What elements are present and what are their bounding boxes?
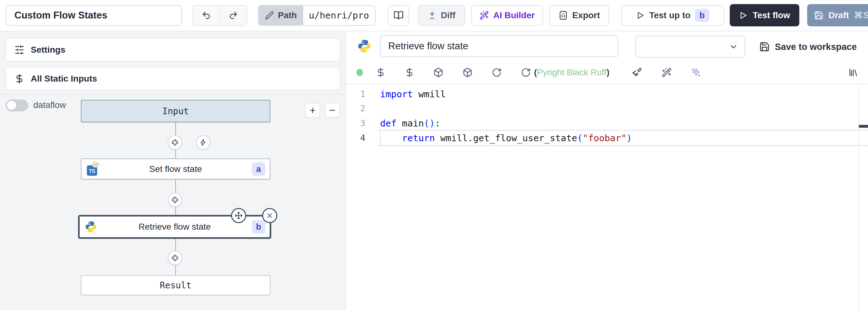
diff-icon xyxy=(428,11,436,20)
save-icon xyxy=(759,41,770,52)
step-editor-panel: Save to workspace xyxy=(346,31,868,310)
bolt-icon xyxy=(199,139,207,146)
graph-zoom-in-button[interactable]: + xyxy=(305,103,320,118)
line-number: 4 xyxy=(346,133,365,143)
save-icon xyxy=(814,11,824,20)
retrieve-flow-state-label: Retrieve flow state xyxy=(138,222,211,232)
save-draft-button[interactable]: Draft ⌘S xyxy=(807,4,868,26)
dollar-icon xyxy=(405,67,414,78)
export-button[interactable]: Export xyxy=(549,5,609,26)
paintbrush-icon xyxy=(632,67,642,78)
dataflow-toggle-label: dataflow xyxy=(33,100,66,110)
cross-plus-icon xyxy=(171,196,179,204)
redo-button[interactable] xyxy=(219,6,246,25)
code-status-dot xyxy=(356,69,363,76)
dataflow-toggle-knob xyxy=(7,101,16,110)
insert-step-button-3[interactable] xyxy=(168,251,182,265)
overview-ruler-cursor-marker xyxy=(859,125,868,128)
python-icon xyxy=(85,221,97,233)
sidebar-divider xyxy=(0,93,346,94)
redo-icon xyxy=(228,11,238,20)
path-value: u/henri/pro xyxy=(303,6,375,25)
reload-button-1[interactable] xyxy=(492,67,502,78)
rotate-cw-icon xyxy=(521,67,531,78)
test-flow-label: Test flow xyxy=(753,10,790,20)
test-up-to-label: Test up to xyxy=(649,10,690,20)
test-up-to-step-badge: b xyxy=(695,9,709,22)
graph-node-set-flow-state[interactable]: TS Set flow state a xyxy=(81,159,270,179)
settings-label: Settings xyxy=(31,45,65,55)
editor-toolbar: (Pyright Black Ruff) xyxy=(346,61,868,84)
insert-trigger-button[interactable] xyxy=(196,135,210,150)
settings-button[interactable]: Settings xyxy=(6,38,340,61)
pencil-icon xyxy=(265,11,274,20)
path-button[interactable]: Path u/henri/pro xyxy=(258,5,375,26)
ai-edit-button[interactable] xyxy=(662,67,672,78)
book-open-icon xyxy=(394,10,404,20)
insert-step-button-2[interactable] xyxy=(168,193,182,207)
library-panel-button[interactable] xyxy=(848,67,858,78)
all-static-inputs-button[interactable]: All Static Inputs xyxy=(6,67,340,90)
test-up-to-button[interactable]: Test up to b xyxy=(621,5,724,26)
resources-button[interactable] xyxy=(405,67,414,78)
path-label: Path xyxy=(278,10,297,20)
assistants-names: Pyright Black Ruff xyxy=(537,67,607,77)
sliders-icon xyxy=(14,45,25,55)
step-name-input[interactable] xyxy=(380,35,618,57)
package-button-2[interactable] xyxy=(463,67,472,78)
flow-title-input[interactable] xyxy=(6,5,182,26)
dataflow-toggle[interactable] xyxy=(6,100,28,111)
graph-node-input[interactable]: Input xyxy=(81,100,270,122)
arrows-move-icon xyxy=(235,212,243,220)
file-export-icon xyxy=(558,11,568,20)
plus-glyph: + xyxy=(310,104,316,116)
minus-glyph: − xyxy=(329,104,336,116)
line-number: 3 xyxy=(346,118,365,128)
code-line: 1 import wmill xyxy=(346,87,868,101)
sparkles-icon xyxy=(691,67,701,78)
cross-plus-icon xyxy=(171,254,179,262)
flow-sidebar: Settings All Static Inputs dataflow + − … xyxy=(0,31,346,310)
step-b-badge: b xyxy=(252,220,265,234)
library-icon xyxy=(848,67,858,78)
diff-button[interactable]: Diff xyxy=(418,5,465,26)
ai-builder-label: AI Builder xyxy=(493,10,535,20)
overview-ruler[interactable] xyxy=(858,84,859,310)
test-flow-button[interactable]: Test flow xyxy=(730,4,799,26)
reload-button-2[interactable] xyxy=(521,67,531,78)
wand-sparkles-icon xyxy=(662,67,672,78)
step-a-badge: a xyxy=(252,162,265,176)
python-icon xyxy=(357,39,372,53)
export-label: Export xyxy=(572,10,600,20)
ai-fix-button[interactable] xyxy=(691,67,701,78)
docs-button[interactable] xyxy=(388,5,409,26)
undo-button[interactable] xyxy=(193,6,219,25)
cross-plus-icon xyxy=(171,139,179,146)
play-icon xyxy=(636,11,645,20)
save-to-workspace-button[interactable]: Save to workspace xyxy=(759,36,857,58)
rotate-cw-icon xyxy=(492,67,502,78)
chevron-down-icon xyxy=(729,42,738,52)
assistants-paren-close: ) xyxy=(607,67,609,77)
step-template-select[interactable] xyxy=(635,36,745,58)
ai-builder-button[interactable]: AI Builder xyxy=(471,5,543,26)
line-number: 2 xyxy=(346,104,365,113)
code-line: 3 def main(): xyxy=(346,116,868,131)
code-assistants-status[interactable]: (Pyright Black Ruff) xyxy=(534,67,610,78)
top-toolbar: Path u/henri/pro Diff AI Builder xyxy=(0,0,868,31)
variables-button[interactable] xyxy=(376,67,386,78)
insert-step-button-1[interactable] xyxy=(168,135,182,150)
code-line: 2 xyxy=(346,101,868,116)
close-icon xyxy=(266,212,274,219)
flow-editor-app: Path u/henri/pro Diff AI Builder xyxy=(0,0,868,310)
graph-node-result[interactable]: Result xyxy=(81,275,270,295)
code-editor[interactable]: 1 import wmill 2 3 def main(): 4 return … xyxy=(346,84,868,310)
undo-icon xyxy=(202,11,211,20)
package-button-1[interactable] xyxy=(433,67,443,78)
format-code-button[interactable] xyxy=(632,67,642,78)
delete-step-button[interactable] xyxy=(262,208,277,223)
move-step-button[interactable] xyxy=(231,208,246,223)
draft-label: Draft xyxy=(829,10,849,20)
result-node-label: Result xyxy=(160,280,191,290)
graph-zoom-out-button[interactable]: − xyxy=(325,103,340,118)
